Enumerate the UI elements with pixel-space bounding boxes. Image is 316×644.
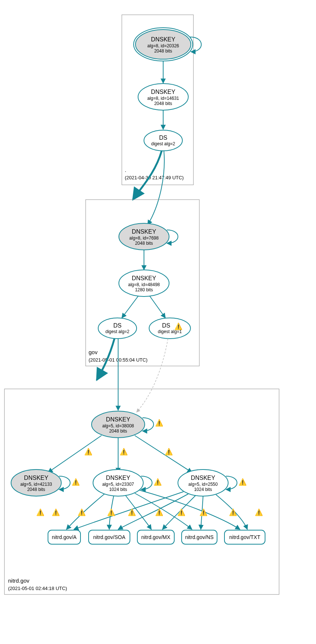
warning-icon: ⚠️ — [229, 508, 237, 516]
svg-text:nitrd.gov/NS: nitrd.gov/NS — [185, 534, 213, 540]
warning-icon: ⚠️ — [199, 508, 208, 516]
svg-text:alg=8, id=14631: alg=8, id=14631 — [147, 96, 179, 101]
svg-text:1280 bits: 1280 bits — [135, 287, 153, 292]
svg-text:nitrd.gov/MX: nitrd.gov/MX — [141, 534, 171, 540]
svg-text:digest alg=1: digest alg=1 — [158, 329, 182, 334]
edge-govzsk-ds1 — [122, 296, 138, 318]
svg-text:DS: DS — [159, 135, 167, 141]
zone-root-ts: (2021-04-30 21:47:49 UTC) — [125, 175, 184, 180]
zone-root-name: . — [125, 167, 126, 173]
node-nitrd-k4: DNSKEY alg=5, id=2550 1024 bits — [178, 470, 228, 496]
svg-text:1024 bits: 1024 bits — [194, 487, 212, 492]
svg-text:2048 bits: 2048 bits — [109, 428, 127, 434]
warning-icon: ⚠️ — [107, 508, 116, 516]
warning-icon: ⚠️ — [154, 478, 162, 486]
node-rr-a: nitrd.gov/A — [48, 530, 80, 544]
svg-text:alg=8, id=7698: alg=8, id=7698 — [129, 235, 159, 241]
edge-ksk-k2 — [48, 435, 102, 472]
warning-icon: ⚠️ — [165, 448, 173, 456]
svg-text:DNSKEY: DNSKEY — [132, 228, 156, 235]
edge-ksk-k4 — [135, 435, 192, 472]
svg-text:alg=5, id=42133: alg=5, id=42133 — [20, 482, 52, 487]
svg-text:alg=5, id=2550: alg=5, id=2550 — [188, 482, 218, 487]
node-gov-zsk: DNSKEY alg=8, id=48498 1280 bits — [119, 270, 169, 296]
node-rr-txt: nitrd.gov/TXT — [224, 530, 265, 544]
warning-icon: ⚠️ — [36, 508, 45, 516]
node-rr-ns: nitrd.gov/NS — [182, 530, 217, 544]
svg-text:nitrd.gov/TXT: nitrd.gov/TXT — [229, 534, 260, 540]
svg-text:nitrd.gov/SOA: nitrd.gov/SOA — [93, 534, 126, 540]
svg-text:DNSKEY: DNSKEY — [191, 475, 215, 481]
svg-text:2048 bits: 2048 bits — [154, 48, 172, 54]
node-rr-mx: nitrd.gov/MX — [137, 530, 174, 544]
edge-govzsk-ds2 — [150, 296, 165, 318]
warning-icon: ⚠️ — [255, 508, 263, 516]
svg-text:1024 bits: 1024 bits — [109, 487, 127, 492]
warning-icon: ⚠️ — [120, 448, 128, 456]
loop-root-ksk — [190, 37, 201, 52]
svg-text:digest alg=2: digest alg=2 — [105, 329, 129, 334]
node-root-ds: DS digest alg=2 — [144, 130, 182, 151]
svg-text:alg=8, id=20326: alg=8, id=20326 — [147, 43, 179, 48]
svg-text:alg=8, id=48498: alg=8, id=48498 — [128, 282, 160, 287]
edge-govds2-nitrdksk — [137, 339, 168, 412]
warning-icon: ⚠️ — [78, 508, 86, 516]
svg-text:DNSKEY: DNSKEY — [24, 475, 48, 481]
node-gov-ksk: DNSKEY alg=8, id=7698 2048 bits — [119, 223, 169, 250]
svg-text:DNSKEY: DNSKEY — [106, 416, 130, 423]
svg-text:DS: DS — [113, 322, 121, 329]
warning-icon: ⚠️ — [128, 508, 136, 516]
svg-text:nitrd.gov/A: nitrd.gov/A — [52, 534, 77, 540]
node-nitrd-k2: DNSKEY alg=5, id=42133 2048 bits — [11, 470, 61, 496]
dnssec-diagram: . (2021-04-30 21:47:49 UTC) DNSKEY alg=8… — [0, 0, 316, 644]
node-root-zsk: DNSKEY alg=8, id=14631 2048 bits — [138, 84, 188, 110]
warning-icon: ⚠️ — [238, 478, 247, 486]
svg-text:2048 bits: 2048 bits — [154, 101, 172, 106]
zone-nitrd-ts: (2021-05-01 02:44:18 UTC) — [8, 586, 67, 591]
zone-gov-name: gov — [89, 349, 98, 355]
warning-icon: ⚠️ — [155, 419, 164, 427]
warning-icon: ⚠️ — [72, 478, 80, 486]
edge-k3-txt — [140, 490, 240, 529]
zone-nitrd-name: nitrd.gov — [8, 577, 30, 584]
node-nitrd-k3: DNSKEY alg=5, id=23307 1024 bits — [93, 470, 143, 496]
svg-text:DS: DS — [162, 322, 170, 329]
warning-icon: ⚠️ — [177, 508, 186, 516]
svg-text:2048 bits: 2048 bits — [27, 487, 45, 492]
node-nitrd-ksk: DNSKEY alg=5, id=38008 2048 bits — [92, 411, 145, 438]
svg-text:2048 bits: 2048 bits — [135, 241, 153, 246]
warning-icon: ⚠️ — [155, 508, 164, 516]
svg-text:DNSKEY: DNSKEY — [151, 36, 175, 43]
svg-text:DNSKEY: DNSKEY — [132, 275, 156, 281]
svg-text:alg=5, id=38008: alg=5, id=38008 — [102, 423, 134, 428]
edge-rootds-govksk — [148, 151, 164, 225]
svg-text:DNSKEY: DNSKEY — [106, 475, 130, 481]
svg-text:DNSKEY: DNSKEY — [151, 89, 175, 95]
svg-text:alg=5, id=23307: alg=5, id=23307 — [102, 482, 134, 487]
warning-icon: ⚠️ — [84, 448, 93, 456]
node-gov-ds1: DS digest alg=2 — [98, 318, 137, 339]
node-gov-ds2: DS ⚠️ digest alg=1 — [149, 318, 190, 339]
svg-text:digest alg=2: digest alg=2 — [151, 141, 175, 146]
node-rr-soa: nitrd.gov/SOA — [89, 530, 130, 544]
warning-icon: ⚠️ — [52, 508, 60, 516]
node-root-ksk: DNSKEY alg=8, id=20326 2048 bits — [134, 28, 193, 61]
